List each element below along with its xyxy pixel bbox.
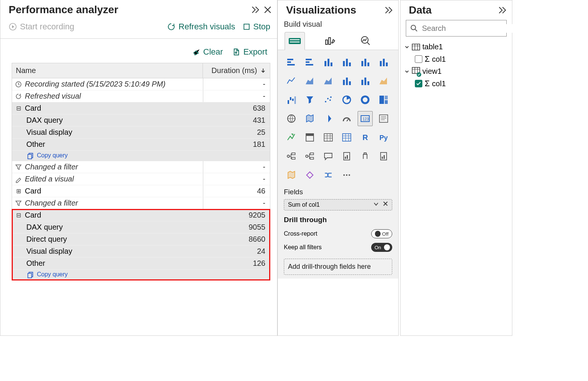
viz-type-azure-map[interactable]	[321, 111, 336, 126]
viz-type-clustered-column[interactable]	[339, 55, 354, 70]
viz-type-powerapps[interactable]	[302, 168, 317, 183]
export-button[interactable]: Export	[232, 47, 267, 57]
keep-filters-toggle[interactable]: On	[371, 243, 392, 252]
viz-type-scatter[interactable]	[321, 92, 336, 107]
start-recording-button[interactable]: Start recording	[9, 22, 74, 32]
viz-type-table[interactable]	[321, 130, 336, 145]
viz-type-line-clustered-column[interactable]	[339, 73, 354, 88]
keep-filters-label: Keep all filters	[284, 244, 322, 251]
remove-field-icon[interactable]	[383, 201, 388, 209]
viz-type-area[interactable]	[302, 73, 317, 88]
tree-view1[interactable]: view1	[404, 66, 508, 77]
tab-build-visual[interactable]	[285, 32, 305, 50]
tab-format-visual[interactable]	[320, 32, 340, 50]
viz-type-stacked-bar[interactable]	[284, 55, 299, 70]
viz-type-key-influencers[interactable]	[284, 149, 299, 164]
viz-type-funnel[interactable]	[302, 92, 317, 107]
viz-type-100-stacked-bar[interactable]	[358, 55, 373, 70]
row-card-3[interactable]: ⊟Card 9205	[12, 209, 270, 221]
performance-analyzer-panel: Performance analyzer Start recording Ref…	[0, 0, 277, 336]
stop-button[interactable]: Stop	[243, 22, 270, 32]
viz-type-multi-row-card[interactable]	[376, 111, 391, 126]
cross-report-label: Cross-report	[284, 230, 317, 237]
field-well-item[interactable]: Sum of col1	[284, 199, 392, 210]
viz-type-donut[interactable]	[358, 92, 373, 107]
tree-table1[interactable]: table1	[404, 41, 508, 53]
export-label: Export	[243, 47, 267, 57]
viz-type-r-visual[interactable]: R	[358, 130, 373, 145]
expand-icon[interactable]: ⊞	[15, 188, 22, 195]
viz-type-power-automate[interactable]	[321, 168, 336, 183]
viz-type-map[interactable]	[284, 111, 299, 126]
viz-type-gauge[interactable]	[339, 111, 354, 126]
tab-analytics[interactable]	[355, 32, 376, 50]
viz-type-more[interactable]	[339, 168, 354, 183]
perf-title: Performance analyzer	[9, 4, 118, 16]
filter-icon	[15, 200, 22, 207]
perf-table-header: Name Duration (ms)	[12, 63, 270, 78]
collapse-icon[interactable]: ⊟	[15, 105, 22, 112]
viz-type-ribbon[interactable]	[376, 73, 391, 88]
checkbox-checked[interactable]	[415, 80, 422, 87]
svg-rect-47	[379, 96, 384, 104]
data-expand-icon[interactable]	[498, 6, 507, 15]
svg-rect-4	[28, 154, 32, 159]
row-card-2[interactable]: ⊞Card 46	[12, 185, 270, 197]
svg-rect-55	[306, 134, 314, 136]
tree-view1-col1[interactable]: Σ col1	[404, 77, 508, 90]
refresh-visuals-button[interactable]: Refresh visuals	[167, 22, 235, 32]
viz-type-qna[interactable]	[321, 149, 336, 164]
search-input[interactable]	[422, 24, 517, 33]
collapse-icon[interactable]: ⊟	[15, 212, 22, 219]
viz-type-pie[interactable]	[339, 92, 354, 107]
svg-rect-15	[287, 64, 295, 66]
viz-type-kpi[interactable]	[284, 130, 299, 145]
svg-rect-25	[361, 61, 363, 66]
viz-type-decomposition-tree[interactable]	[302, 149, 317, 164]
viz-type-filled-map[interactable]	[302, 111, 317, 126]
cross-report-toggle[interactable]: Off	[371, 229, 392, 238]
drill-through-dropzone[interactable]: Add drill-through fields here	[284, 259, 392, 275]
viz-type-arcgis[interactable]	[284, 168, 299, 183]
viz-type-stacked-area[interactable]	[321, 73, 336, 88]
svg-rect-26	[364, 59, 366, 66]
svg-point-76	[411, 25, 416, 30]
viz-type-stacked-column[interactable]	[321, 55, 336, 70]
data-title: Data	[409, 4, 432, 16]
row-card-1[interactable]: ⊟Card 638	[12, 102, 270, 114]
perf-expand-icon[interactable]	[251, 5, 260, 14]
viz-expand-icon[interactable]	[384, 6, 393, 15]
visualization-gallery: 123RPy	[284, 55, 392, 183]
viz-type-slicer[interactable]	[302, 130, 317, 145]
search-box[interactable]	[406, 20, 507, 37]
clear-button[interactable]: Clear	[192, 47, 223, 57]
refresh-visuals-label: Refresh visuals	[178, 22, 235, 32]
perf-close-icon[interactable]	[264, 6, 272, 14]
copy-query-3[interactable]: Copy query	[12, 270, 270, 280]
tree-table1-col1[interactable]: Σ col1	[404, 53, 508, 66]
svg-point-43	[329, 99, 331, 101]
svg-rect-18	[306, 64, 313, 66]
viz-type-paginated[interactable]	[376, 149, 391, 164]
svg-point-73	[343, 174, 345, 176]
svg-rect-64	[310, 153, 314, 155]
viz-type-card[interactable]: 123	[358, 111, 373, 126]
col-name[interactable]: Name	[12, 63, 203, 78]
viz-type-python-visual[interactable]: Py	[376, 130, 391, 145]
viz-type-goals[interactable]	[358, 149, 373, 164]
viz-type-treemap[interactable]	[376, 92, 391, 107]
viz-type-matrix[interactable]	[339, 130, 354, 145]
copy-query-1[interactable]: Copy query	[12, 151, 270, 161]
viz-type-clustered-bar[interactable]	[302, 55, 317, 70]
svg-rect-49	[385, 100, 388, 104]
svg-rect-71	[384, 155, 385, 159]
svg-rect-22	[343, 61, 345, 66]
viz-type-100-stacked-column[interactable]	[376, 55, 391, 70]
viz-type-waterfall[interactable]	[284, 92, 299, 107]
viz-type-line-stacked-column[interactable]	[358, 73, 373, 88]
checkbox-unchecked[interactable]	[415, 55, 422, 63]
chevron-down-icon[interactable]	[373, 201, 379, 209]
viz-type-narrative[interactable]	[339, 149, 354, 164]
col-duration[interactable]: Duration (ms)	[203, 63, 270, 78]
viz-type-line[interactable]	[284, 73, 299, 88]
